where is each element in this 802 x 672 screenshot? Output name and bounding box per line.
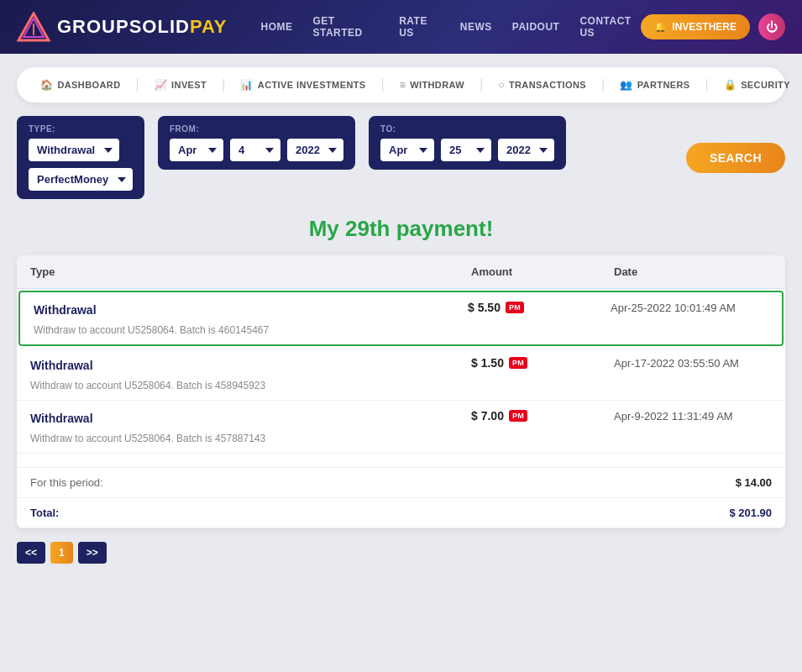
subnav-partners[interactable]: 👥 PARTNERS [613,76,696,94]
period-summary-row: For this period: $ 14.00 [17,468,785,498]
total-label: Total: [30,507,587,519]
nav-right: 🔔 INVESTHERE ⏻ [641,13,785,40]
row-type-1: Withdrawal [20,295,454,320]
current-page-button[interactable]: 1 [50,542,73,564]
row-date-3: Apr-9-2022 11:31:49 AM [600,402,785,431]
row-detail-2: Withdraw to account U5258064. Batch is 4… [17,378,785,400]
type-select[interactable]: Withdrawal Deposit [29,139,119,161]
payment-method-select[interactable]: PerfectMoney Bitcoin [29,168,133,191]
summary-section: For this period: $ 14.00 Total: $ 201.90 [17,467,785,528]
type-filter-label: TYPE: [29,124,133,134]
spacer [17,454,785,467]
power-button[interactable]: ⏻ [758,13,785,40]
period-label: For this period: [30,476,587,489]
dashboard-icon: 🏠 [40,79,53,91]
nav-getstarted[interactable]: GET STARTED [313,15,380,39]
logo[interactable]: GROUPSOLIDPAY [17,12,228,42]
row-date-1: Apr-25-2022 10:01:49 AM [597,293,782,323]
nav-news[interactable]: NEWS [460,21,492,33]
table-row: Withdrawal $ 5.50 PM Apr-25-2022 10:01:4… [18,291,784,346]
subnav-active-investments[interactable]: 📊 ACTIVE INVESTMENTS [233,76,372,94]
invest-icon: 📈 [155,79,167,91]
row-date-2: Apr-17-2022 03:55:50 AM [600,349,785,378]
from-filter-label: FROM: [170,124,343,134]
from-filter-box: FROM: Apr JanFebMar MayJunJul AugSepOct … [158,116,355,170]
active-investments-icon: 📊 [240,79,253,91]
nav-paidout[interactable]: PAIDOUT [512,21,560,33]
transactions-table: Type Amount Date Withdrawal $ 5.50 PM Ap… [17,255,785,528]
col-type: Type [17,255,458,288]
search-button[interactable]: SEARCH [686,143,785,173]
pm-badge-3: PM [509,410,527,422]
total-value: $ 201.90 [587,507,772,519]
payment-title: My 29th payment! [17,216,785,242]
row-type-2: Withdrawal [17,350,458,375]
sep3: | [381,77,385,92]
row-type-3: Withdrawal [17,403,458,428]
row-amount-1: $ 5.50 PM [454,292,597,323]
subnav-invest[interactable]: 📈 INVEST [148,76,214,94]
subnav-withdraw[interactable]: ≡ WITHDRAW [393,76,471,94]
sep5: | [601,77,605,92]
pm-badge-1: PM [506,302,524,313]
row-detail-3: Withdraw to account U5258064. Batch is 4… [17,431,785,453]
subnav-dashboard[interactable]: 🏠 DASHBOARD [34,76,128,94]
to-filter-label: TO: [380,124,554,134]
table-row: Withdrawal $ 1.50 PM Apr-17-2022 03:55:5… [17,348,785,401]
security-icon: 🔒 [724,79,736,91]
type-filter-box: TYPE: Withdrawal Deposit PerfectMoney Bi… [17,116,144,199]
partners-icon: 👥 [620,79,632,91]
filter-section: TYPE: Withdrawal Deposit PerfectMoney Bi… [0,116,802,199]
power-icon: ⏻ [766,20,778,34]
nav-contact[interactable]: CONTACT US [579,15,641,39]
subnav-security[interactable]: 🔒 SECURITY [717,76,797,94]
to-month-select[interactable]: Apr JanFebMar MayJun [380,139,434,161]
row-amount-3: $ 7.00 PM [458,401,600,431]
bell-icon: 🔔 [654,21,667,33]
invest-here-button[interactable]: 🔔 INVESTHERE [641,14,750,39]
nav-links: HOME GET STARTED RATE US NEWS PAIDOUT CO… [261,15,642,39]
transactions-icon: ○ [498,79,505,91]
sep4: | [480,77,483,92]
pm-badge-2: PM [509,357,527,369]
sep6: | [705,77,709,92]
from-year-select[interactable]: 2022 202020212023 [287,139,343,161]
subnav-transactions[interactable]: ○ TRANSACTIONS [491,76,593,94]
to-day-select[interactable]: 25 1234 10152030 [441,139,491,161]
to-year-select[interactable]: 2022 202020212023 [498,139,554,161]
col-date: Date [600,255,785,288]
nav-home[interactable]: HOME [261,21,293,33]
pagination: << 1 >> [0,528,802,577]
to-filter-box: TO: Apr JanFebMar MayJun 25 1234 1015203… [369,116,566,170]
next-page-button[interactable]: >> [78,542,107,564]
sep1: | [136,77,139,92]
table-row: Withdrawal $ 7.00 PM Apr-9-2022 11:31:49… [17,401,785,454]
table-header: Type Amount Date [17,255,785,289]
brand-name: GROUPSOLIDPAY [57,16,228,38]
row-amount-2: $ 1.50 PM [458,348,600,378]
main-content: My 29th payment! Type Amount Date Withdr… [0,216,802,528]
sep2: | [222,77,225,92]
period-value: $ 14.00 [587,476,772,489]
from-month-select[interactable]: Apr JanFebMar MayJunJul AugSepOct NovDec [170,139,223,161]
from-day-select[interactable]: 4 123 510152025 [230,139,280,161]
col-amount: Amount [458,255,600,288]
sub-nav: 🏠 DASHBOARD | 📈 INVEST | 📊 ACTIVE INVEST… [17,67,785,102]
nav-rateus[interactable]: RATE US [399,15,440,39]
prev-page-button[interactable]: << [17,542,45,564]
total-summary-row: Total: $ 201.90 [17,498,785,528]
row-detail-1: Withdraw to account U5258064. Batch is 4… [20,323,782,344]
withdraw-icon: ≡ [400,79,406,91]
